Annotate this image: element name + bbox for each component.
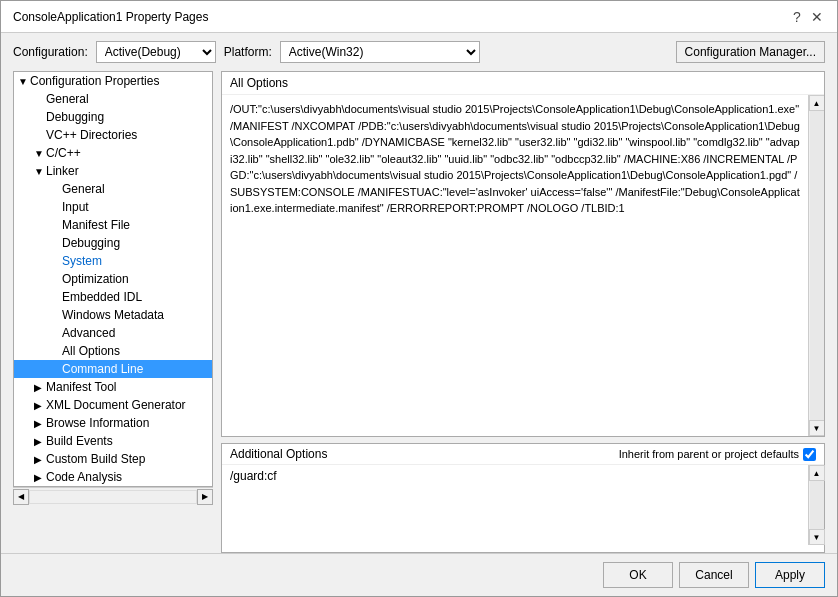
inherit-row: Inherit from parent or project defaults	[619, 448, 816, 461]
tree-label-linker-cmdline: Command Line	[62, 362, 143, 376]
additional-options-header: Additional Options	[230, 447, 327, 461]
tree-toggle-browse-info: ▶	[34, 418, 44, 429]
tree-item-code-analysis[interactable]: ▶Code Analysis	[14, 468, 212, 486]
main-content: ▼Configuration PropertiesGeneralDebuggin…	[1, 71, 837, 553]
options-scroll-area: /OUT:"c:\users\divyabh\documents\visual …	[222, 95, 824, 436]
tree-label-code-analysis: Code Analysis	[46, 470, 122, 484]
help-button[interactable]: ?	[789, 9, 805, 25]
tree-toggle-linker: ▼	[34, 166, 44, 177]
tree-item-config-props[interactable]: ▼Configuration Properties	[14, 72, 212, 90]
add-scroll-up-btn[interactable]: ▲	[809, 465, 825, 481]
apply-button[interactable]: Apply	[755, 562, 825, 588]
bottom-bar: OK Cancel Apply	[1, 553, 837, 596]
tree-label-linker-input: Input	[62, 200, 89, 214]
tree-label-cpp: C/C++	[46, 146, 81, 160]
property-pages-dialog: ConsoleApplication1 Property Pages ? ✕ C…	[0, 0, 838, 597]
tree-item-linker-opt[interactable]: Optimization	[14, 270, 212, 288]
scroll-up-btn[interactable]: ▲	[809, 95, 825, 111]
tree-label-linker-general: General	[62, 182, 105, 196]
tree-label-linker-system: System	[62, 254, 102, 268]
ok-button[interactable]: OK	[603, 562, 673, 588]
h-scrollbar[interactable]: ◀ ▶	[13, 487, 213, 505]
tree-item-manifest-tool[interactable]: ▶Manifest Tool	[14, 378, 212, 396]
inherit-label: Inherit from parent or project defaults	[619, 448, 799, 460]
config-label: Configuration:	[13, 45, 88, 59]
tree-label-linker: Linker	[46, 164, 79, 178]
tree-label-linker-allopts: All Options	[62, 344, 120, 358]
tree-label-linker-debug: Debugging	[62, 236, 120, 250]
tree-label-linker-advanced: Advanced	[62, 326, 115, 340]
tree-item-linker-general[interactable]: General	[14, 180, 212, 198]
tree-label-custom-build: Custom Build Step	[46, 452, 145, 466]
tree-item-custom-build[interactable]: ▶Custom Build Step	[14, 450, 212, 468]
h-scroll-track[interactable]	[29, 490, 197, 504]
additional-scroll-area: /guard:cf ▲ ▼	[222, 465, 824, 545]
tree-label-linker-manifest: Manifest File	[62, 218, 130, 232]
additional-header-row: Additional Options Inherit from parent o…	[222, 444, 824, 465]
close-button[interactable]: ✕	[809, 9, 825, 25]
config-bar: Configuration: Active(Debug) Platform: A…	[1, 33, 837, 71]
tree-label-linker-meta: Windows Metadata	[62, 308, 164, 322]
cancel-button[interactable]: Cancel	[679, 562, 749, 588]
tree-label-debugging: Debugging	[46, 110, 104, 124]
right-panel: All Options /OUT:"c:\users\divyabh\docum…	[221, 71, 825, 553]
tree-label-xml-gen: XML Document Generator	[46, 398, 186, 412]
tree-toggle-config-props: ▼	[18, 76, 28, 87]
tree-item-build-events[interactable]: ▶Build Events	[14, 432, 212, 450]
tree-item-linker[interactable]: ▼Linker	[14, 162, 212, 180]
dialog-title: ConsoleApplication1 Property Pages	[13, 10, 208, 24]
tree-label-general: General	[46, 92, 89, 106]
config-select[interactable]: Active(Debug)	[96, 41, 216, 63]
tree-item-general[interactable]: General	[14, 90, 212, 108]
v-scroll-track[interactable]	[810, 111, 824, 420]
tree-item-xml-gen[interactable]: ▶XML Document Generator	[14, 396, 212, 414]
title-controls: ? ✕	[789, 9, 825, 25]
tree-toggle-cpp: ▼	[34, 148, 44, 159]
tree-item-vc-dirs[interactable]: VC++ Directories	[14, 126, 212, 144]
tree-label-browse-info: Browse Information	[46, 416, 149, 430]
additional-options-value: /guard:cf	[222, 465, 808, 545]
tree-label-manifest-tool: Manifest Tool	[46, 380, 116, 394]
inherit-checkbox[interactable]	[803, 448, 816, 461]
tree-item-linker-allopts[interactable]: All Options	[14, 342, 212, 360]
tree-item-browse-info[interactable]: ▶Browse Information	[14, 414, 212, 432]
all-options-group: All Options /OUT:"c:\users\divyabh\docum…	[221, 71, 825, 437]
tree-item-linker-system[interactable]: System	[14, 252, 212, 270]
scroll-right-btn[interactable]: ▶	[197, 489, 213, 505]
tree-toggle-manifest-tool: ▶	[34, 382, 44, 393]
tree-label-vc-dirs: VC++ Directories	[46, 128, 137, 142]
tree-label-config-props: Configuration Properties	[30, 74, 159, 88]
add-v-scroll-track[interactable]	[810, 481, 824, 529]
tree-label-linker-opt: Optimization	[62, 272, 129, 286]
tree-toggle-custom-build: ▶	[34, 454, 44, 465]
v-scrollbar-additional[interactable]: ▲ ▼	[808, 465, 824, 545]
all-options-content: /OUT:"c:\users\divyabh\documents\visual …	[222, 95, 808, 436]
tree-item-linker-meta[interactable]: Windows Metadata	[14, 306, 212, 324]
tree-item-linker-idl[interactable]: Embedded IDL	[14, 288, 212, 306]
add-scroll-down-btn[interactable]: ▼	[809, 529, 825, 545]
tree-toggle-xml-gen: ▶	[34, 400, 44, 411]
config-manager-button[interactable]: Configuration Manager...	[676, 41, 825, 63]
all-options-header: All Options	[222, 72, 824, 95]
tree-toggle-build-events: ▶	[34, 436, 44, 447]
tree-item-linker-manifest[interactable]: Manifest File	[14, 216, 212, 234]
platform-label: Platform:	[224, 45, 272, 59]
tree-item-debugging[interactable]: Debugging	[14, 108, 212, 126]
tree-item-linker-debug[interactable]: Debugging	[14, 234, 212, 252]
platform-select[interactable]: Active(Win32)	[280, 41, 480, 63]
tree-item-linker-advanced[interactable]: Advanced	[14, 324, 212, 342]
tree-panel: ▼Configuration PropertiesGeneralDebuggin…	[13, 71, 213, 487]
title-bar: ConsoleApplication1 Property Pages ? ✕	[1, 1, 837, 33]
scroll-left-btn[interactable]: ◀	[13, 489, 29, 505]
tree-item-cpp[interactable]: ▼C/C++	[14, 144, 212, 162]
tree-label-build-events: Build Events	[46, 434, 113, 448]
tree-item-linker-cmdline[interactable]: Command Line	[14, 360, 212, 378]
additional-options-group: Additional Options Inherit from parent o…	[221, 443, 825, 553]
tree-label-linker-idl: Embedded IDL	[62, 290, 142, 304]
scroll-down-btn[interactable]: ▼	[809, 420, 825, 436]
tree-item-linker-input[interactable]: Input	[14, 198, 212, 216]
v-scrollbar-options[interactable]: ▲ ▼	[808, 95, 824, 436]
tree-toggle-code-analysis: ▶	[34, 472, 44, 483]
